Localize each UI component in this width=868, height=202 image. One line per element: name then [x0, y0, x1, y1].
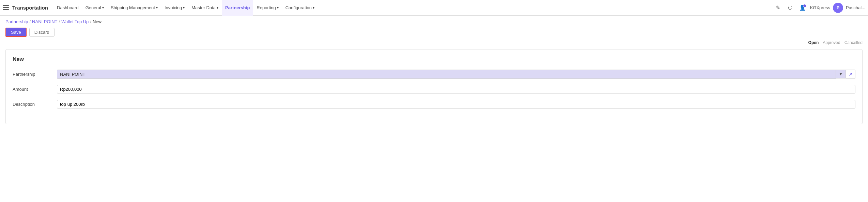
nav-item-partnership[interactable]: Partnership — [222, 0, 253, 16]
notification-icon[interactable]: 👤 — [798, 3, 807, 13]
partnership-row: Partnership ▼ ↗ — [13, 69, 855, 80]
partnership-label: Partnership — [13, 72, 57, 77]
partnership-input[interactable] — [57, 70, 836, 79]
breadcrumb: Partnership/NANI POINT/Wallet Top Up/New — [0, 16, 868, 26]
edit-icon[interactable]: ✎ — [773, 3, 783, 13]
nav-item-general[interactable]: General ▾ — [82, 0, 107, 16]
nav-dropdown-arrow: ▾ — [277, 6, 279, 10]
amount-input[interactable] — [57, 85, 855, 93]
status-step-open: Open — [808, 40, 819, 45]
nav-dropdown-arrow: ▾ — [156, 6, 158, 10]
description-input[interactable] — [57, 100, 855, 109]
nav-item-reporting[interactable]: Reporting ▾ — [253, 0, 282, 16]
amount-label: Amount — [13, 87, 57, 92]
partnership-field: ▼ ↗ — [57, 70, 855, 79]
navbar: Transportation DashboardGeneral ▾Shippin… — [0, 0, 868, 16]
status-step-cancelled: Cancelled — [844, 40, 863, 45]
save-button[interactable]: Save — [5, 28, 27, 37]
nav-item-configuration[interactable]: Configuration ▾ — [282, 0, 318, 16]
nav-dropdown-arrow: ▾ — [183, 6, 185, 10]
status-bar: OpenApprovedCancelled — [0, 39, 868, 46]
status-step-approved: Approved — [823, 40, 840, 45]
nav-item-invoicing[interactable]: Invoicing ▾ — [161, 0, 188, 16]
partnership-external-link-button[interactable]: ↗ — [846, 70, 855, 79]
grid-menu-icon[interactable] — [3, 4, 10, 11]
nav-item-dashboard[interactable]: Dashboard — [53, 0, 82, 16]
app-name-label[interactable]: KGXpress — [810, 5, 830, 10]
breadcrumb-link-wallet-top-up[interactable]: Wallet Top Up — [61, 19, 89, 24]
nav-item-master-data[interactable]: Master Data ▾ — [188, 0, 222, 16]
nav-dropdown-arrow: ▾ — [313, 6, 314, 10]
clock-icon[interactable]: ⏲ — [786, 3, 795, 13]
form-card: New Partnership ▼ ↗ Amount Description — [5, 49, 863, 124]
partnership-dropdown-button[interactable]: ▼ — [836, 70, 846, 78]
breadcrumb-link-partnership[interactable]: Partnership — [5, 19, 28, 24]
description-row: Description — [13, 99, 855, 110]
breadcrumb-separator: / — [29, 19, 31, 24]
app-brand: Transportation — [12, 5, 48, 11]
amount-row: Amount — [13, 84, 855, 95]
breadcrumb-current: New — [93, 19, 102, 24]
user-avatar[interactable]: P — [833, 3, 843, 13]
breadcrumb-link-nani-point[interactable]: NANI POINT — [32, 19, 57, 24]
description-label: Description — [13, 102, 57, 107]
nav-menu: DashboardGeneral ▾Shipping Management ▾I… — [53, 0, 773, 16]
action-bar: Save Discard — [0, 26, 868, 39]
navbar-right: ✎ ⏲ 👤 KGXpress P Paschal... — [773, 3, 865, 13]
nav-dropdown-arrow: ▾ — [217, 6, 218, 10]
breadcrumb-separator: / — [90, 19, 91, 24]
nav-dropdown-arrow: ▾ — [102, 6, 104, 10]
form-title: New — [13, 56, 855, 62]
user-name-label[interactable]: Paschal... — [846, 5, 865, 10]
breadcrumb-separator: / — [59, 19, 60, 24]
nav-item-shipping-management[interactable]: Shipping Management ▾ — [107, 0, 161, 16]
discard-button[interactable]: Discard — [29, 28, 55, 37]
